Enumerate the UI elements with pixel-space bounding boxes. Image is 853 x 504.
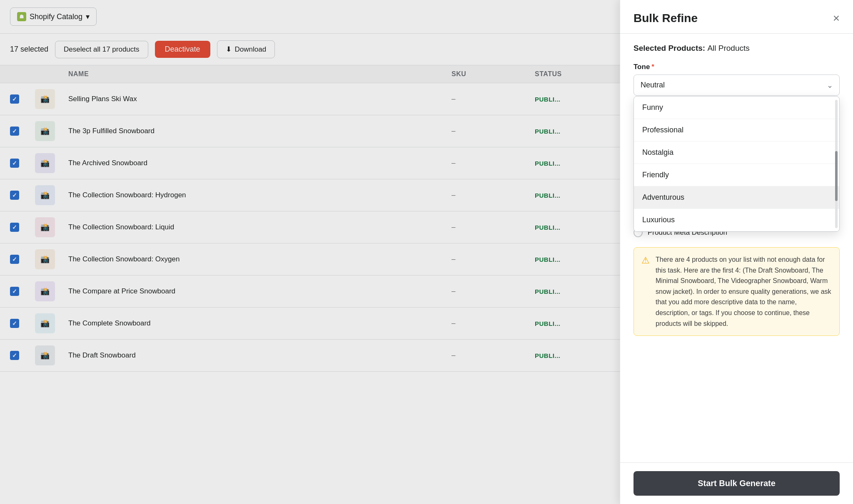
tone-option-adventurous[interactable]: Adventurous — [634, 186, 839, 209]
tone-option-nostalgia[interactable]: Nostalgia — [634, 142, 839, 164]
row-checkbox-8[interactable] — [10, 351, 19, 360]
product-thumbnail-7: 📸 — [35, 313, 55, 333]
table-row[interactable]: 📸 The Collection Snowboard: Liquid – PUB… — [0, 211, 620, 243]
tone-select-display[interactable]: Neutral — [634, 74, 840, 96]
product-name-6: The Compare at Price Snowboard — [68, 287, 451, 295]
dropdown-chevron-icon: ▾ — [86, 12, 90, 21]
dropdown-scrollbar-thumb[interactable] — [835, 151, 838, 201]
selected-products-prefix: Selected Products: — [634, 44, 707, 52]
row-checkbox-3[interactable] — [10, 191, 19, 200]
product-name-4: The Collection Snowboard: Liquid — [68, 223, 451, 231]
panel-header: Bulk Refine × — [620, 0, 853, 34]
product-name-3: The Collection Snowboard: Hydrogen — [68, 191, 451, 199]
warning-icon: ⚠ — [641, 255, 650, 329]
product-sku-5: – — [451, 255, 535, 263]
start-bulk-generate-button[interactable]: Start Bulk Generate — [634, 471, 840, 496]
tone-selected-value: Neutral — [641, 81, 665, 89]
product-status-6: PUBLI... — [535, 288, 610, 295]
tone-option-professional[interactable]: Professional — [634, 119, 839, 142]
bulk-refine-panel: Bulk Refine × Selected Products: All Pro… — [620, 0, 853, 504]
product-thumbnail-5: 📸 — [35, 249, 55, 269]
product-thumbnail-0: 📸 — [35, 89, 55, 109]
product-sku-4: – — [451, 223, 535, 231]
product-status-3: PUBLI... — [535, 192, 610, 199]
panel-title: Bulk Refine — [634, 12, 698, 25]
product-status-7: PUBLI... — [535, 320, 610, 327]
table-row[interactable]: 📸 The Draft Snowboard – PUBLI... — [0, 340, 620, 372]
tone-option-funny[interactable]: Funny — [634, 97, 839, 119]
tone-option-luxurious[interactable]: Luxurious — [634, 209, 839, 231]
action-bar: 17 selected Deselect all 17 products Dea… — [0, 34, 620, 65]
tone-field-label: Tone * — [634, 63, 840, 71]
product-name-8: The Draft Snowboard — [68, 351, 451, 360]
table-row[interactable]: 📸 The Collection Snowboard: Hydrogen – P… — [0, 179, 620, 211]
product-table-body: 📸 Selling Plans Ski Wax – PUBLI... 📸 The… — [0, 83, 620, 504]
download-label: Download — [235, 45, 267, 54]
table-row[interactable]: 📸 The Complete Snowboard – PUBLI... — [0, 308, 620, 340]
dropdown-scrollbar[interactable] — [835, 100, 838, 228]
product-thumbnail-1: 📸 — [35, 121, 55, 141]
product-name-1: The 3p Fulfilled Snowboard — [68, 127, 451, 135]
product-status-5: PUBLI... — [535, 256, 610, 263]
table-row[interactable]: 📸 The 3p Fulfilled Snowboard – PUBLI... — [0, 115, 620, 147]
col-image — [35, 70, 68, 78]
product-name-7: The Complete Snowboard — [68, 319, 451, 328]
product-thumbnail-4: 📸 — [35, 217, 55, 237]
table-row[interactable]: 📸 The Collection Snowboard: Oxygen – PUB… — [0, 243, 620, 276]
top-bar: Shopify Catalog ▾ — [0, 0, 620, 34]
product-thumbnail-8: 📸 — [35, 345, 55, 365]
product-status-1: PUBLI... — [535, 128, 610, 135]
row-checkbox-5[interactable] — [10, 255, 19, 264]
selected-products-value: All Products — [707, 44, 749, 52]
download-button[interactable]: ⬇ Download — [217, 40, 275, 58]
panel-body: Selected Products: All Products Tone * N… — [620, 34, 853, 462]
product-thumbnail-3: 📸 — [35, 185, 55, 205]
row-checkbox-0[interactable] — [10, 94, 19, 104]
row-checkbox-1[interactable] — [10, 127, 19, 136]
product-sku-2: – — [451, 159, 535, 167]
col-sku: SKU — [451, 70, 535, 78]
product-sku-3: – — [451, 191, 535, 199]
tone-select-container: Neutral ⌄ Funny Professional Nostalgia F… — [634, 74, 840, 96]
product-status-4: PUBLI... — [535, 224, 610, 231]
col-name: Name — [68, 70, 451, 78]
product-sku-6: – — [451, 287, 535, 295]
product-thumbnail-6: 📸 — [35, 281, 55, 301]
product-sku-1: – — [451, 127, 535, 135]
table-header: Name SKU Status — [0, 65, 620, 83]
row-checkbox-7[interactable] — [10, 319, 19, 328]
catalog-label: Shopify Catalog — [30, 12, 82, 21]
tone-required-star: * — [651, 63, 654, 71]
product-name-5: The Collection Snowboard: Oxygen — [68, 255, 451, 263]
warning-text: There are 4 products on your list with n… — [656, 254, 832, 329]
warning-box: ⚠ There are 4 products on your list with… — [634, 247, 840, 336]
col-checkbox — [10, 70, 35, 78]
product-list-panel: Shopify Catalog ▾ 17 selected Deselect a… — [0, 0, 620, 504]
product-sku-8: – — [451, 351, 535, 360]
product-thumbnail-2: 📸 — [35, 153, 55, 173]
shopify-icon — [17, 12, 26, 21]
row-checkbox-6[interactable] — [10, 287, 19, 296]
table-row[interactable]: 📸 The Archived Snowboard – PUBLI... — [0, 147, 620, 179]
row-checkbox-4[interactable] — [10, 223, 19, 232]
panel-footer: Start Bulk Generate — [620, 462, 853, 504]
download-icon: ⬇ — [226, 45, 232, 54]
catalog-dropdown[interactable]: Shopify Catalog ▾ — [10, 7, 97, 26]
product-status-8: PUBLI... — [535, 352, 610, 359]
selected-count: 17 selected — [10, 45, 48, 54]
deactivate-button[interactable]: Deactivate — [155, 41, 210, 58]
product-status-2: PUBLI... — [535, 160, 610, 167]
product-status-0: PUBLI... — [535, 96, 610, 103]
product-sku-7: – — [451, 319, 535, 328]
tone-dropdown-overlay[interactable]: Funny Professional Nostalgia Friendly Ad… — [634, 96, 840, 232]
selected-products-info: Selected Products: All Products — [634, 44, 840, 53]
product-sku-0: – — [451, 95, 535, 103]
tone-label-text: Tone — [634, 63, 650, 71]
deselect-all-button[interactable]: Deselect all 17 products — [55, 41, 148, 58]
table-row[interactable]: 📸 The Compare at Price Snowboard – PUBLI… — [0, 276, 620, 308]
col-status: Status — [535, 70, 610, 78]
table-row[interactable]: 📸 Selling Plans Ski Wax – PUBLI... — [0, 83, 620, 115]
tone-option-friendly[interactable]: Friendly — [634, 164, 839, 186]
row-checkbox-2[interactable] — [10, 159, 19, 168]
close-button[interactable]: × — [833, 12, 840, 24]
